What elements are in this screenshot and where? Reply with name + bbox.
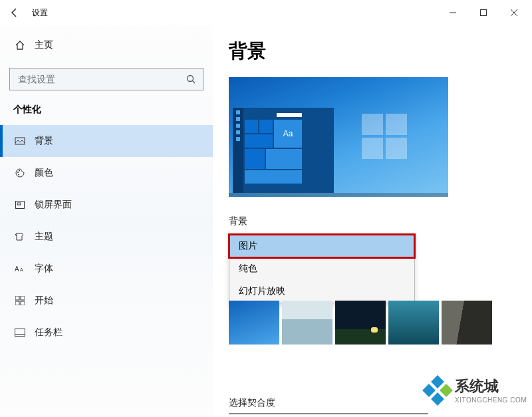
category-title: 个性化: [0, 104, 213, 116]
svg-point-5: [17, 172, 19, 173]
home-link[interactable]: 主页: [0, 32, 213, 59]
watermark-title: 系统城: [455, 376, 527, 396]
font-icon: AA: [13, 264, 27, 273]
picture-icon: [13, 136, 27, 146]
search-box[interactable]: [9, 68, 203, 90]
sidebar: 主页 个性化 背景 颜色 锁屏界面 主题 AA: [0, 25, 213, 417]
maximize-button[interactable]: [468, 2, 499, 23]
sidebar-item-label: 字体: [35, 263, 53, 275]
sidebar-item-label: 任务栏: [35, 327, 63, 339]
background-section-label: 背景: [229, 215, 532, 227]
svg-text:A: A: [20, 267, 23, 272]
content-area: 背景 Aa 背景: [213, 25, 532, 417]
page-heading: 背景: [229, 39, 532, 64]
sidebar-item-themes[interactable]: 主题: [0, 221, 213, 253]
sidebar-item-label: 开始: [35, 295, 53, 307]
svg-rect-13: [21, 296, 25, 300]
theme-icon: [13, 231, 27, 242]
fit-divider: [229, 413, 428, 414]
svg-line-3: [193, 81, 196, 84]
close-button[interactable]: [499, 2, 529, 23]
sidebar-item-label: 锁屏界面: [35, 199, 72, 211]
bg-thumb-5[interactable]: [442, 301, 492, 345]
bg-thumb-2[interactable]: [282, 301, 332, 345]
svg-rect-12: [15, 296, 19, 300]
bg-thumb-1[interactable]: [229, 301, 279, 345]
sidebar-item-label: 颜色: [35, 167, 53, 179]
dropdown-option-solid[interactable]: 纯色: [229, 257, 414, 280]
windows-logo-icon: [362, 114, 408, 160]
svg-text:A: A: [15, 265, 19, 273]
home-label: 主页: [35, 39, 53, 51]
sidebar-item-label: 主题: [35, 231, 53, 243]
background-type-dropdown[interactable]: 图片 纯色 幻灯片放映: [229, 234, 415, 303]
sidebar-item-label: 背景: [35, 135, 53, 147]
sidebar-item-lockscreen[interactable]: 锁屏界面: [0, 189, 213, 221]
svg-rect-9: [17, 203, 21, 205]
sidebar-item-taskbar[interactable]: 任务栏: [0, 317, 213, 348]
svg-point-2: [188, 76, 194, 82]
svg-point-6: [19, 170, 20, 172]
watermark: 系统城 XITONGCHENG.COM: [424, 376, 527, 404]
taskbar-icon: [13, 329, 27, 337]
back-button[interactable]: [3, 1, 27, 25]
bg-thumb-3[interactable]: [335, 301, 386, 345]
window-title: 设置: [32, 7, 48, 19]
fit-section-label: 选择契合度: [229, 397, 275, 409]
preview-start-menu: Aa: [233, 108, 334, 193]
background-thumbnails: [229, 301, 492, 350]
bg-thumb-4[interactable]: [388, 301, 439, 345]
lockscreen-icon: [13, 200, 27, 210]
palette-icon: [13, 168, 27, 178]
watermark-url: XITONGCHENG.COM: [455, 396, 527, 404]
svg-rect-15: [21, 301, 25, 305]
search-icon[interactable]: [179, 74, 203, 84]
dropdown-option-slideshow[interactable]: 幻灯片放映: [229, 280, 414, 303]
watermark-logo-icon: [424, 377, 451, 404]
start-icon: [13, 296, 27, 305]
svg-rect-1: [481, 10, 487, 16]
home-icon: [13, 40, 27, 51]
svg-rect-14: [15, 301, 19, 305]
sidebar-item-background[interactable]: 背景: [0, 125, 213, 157]
desktop-preview: Aa: [229, 77, 448, 197]
svg-rect-4: [15, 138, 25, 144]
sidebar-item-colors[interactable]: 颜色: [0, 157, 213, 189]
preview-sample-text: Aa: [274, 120, 302, 148]
svg-rect-16: [15, 329, 25, 337]
minimize-button[interactable]: [438, 2, 468, 23]
sidebar-item-start[interactable]: 开始: [0, 285, 213, 317]
search-input[interactable]: [10, 74, 179, 84]
sidebar-item-fonts[interactable]: AA 字体: [0, 253, 213, 285]
dropdown-option-picture[interactable]: 图片: [229, 235, 414, 257]
svg-point-7: [18, 174, 19, 176]
